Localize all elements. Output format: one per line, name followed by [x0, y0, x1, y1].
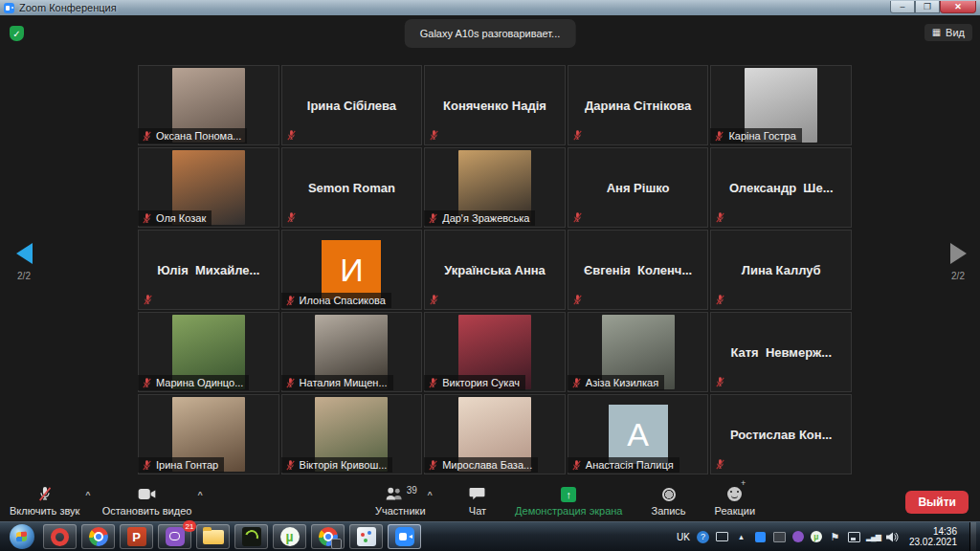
participant-tile[interactable]: Оксана Понома... [138, 65, 279, 145]
participants-button[interactable]: 39 Участники [375, 486, 426, 517]
participant-tile[interactable]: Виктория Сукач [424, 312, 566, 392]
participant-tile[interactable]: Юлія Михайле... [138, 230, 279, 310]
language-indicator[interactable]: UK [677, 532, 690, 542]
participant-nameplate: Мирослава База... [424, 457, 538, 473]
participant-nameplate: Вікторія Кривош... [281, 457, 393, 473]
video-options-chevron[interactable]: ^ [197, 486, 202, 499]
taskbar-clock[interactable]: 14:36 23.02.2021 [909, 526, 957, 547]
participant-tile[interactable]: Українська Анна [424, 230, 566, 310]
reactions-smiley-icon: + [727, 487, 742, 501]
toolbar-left-group: Включить звук ^ Остановить видео ^ [10, 486, 211, 517]
volume-icon[interactable] [886, 531, 899, 543]
meeting-area: ✓ Galaxy A10s разговаривает... ▦ Вид 2/2… [0, 15, 980, 483]
participant-tile[interactable]: Марина Одинцо... [138, 312, 279, 392]
participant-nameplate: Ірина Гонтар [138, 457, 224, 473]
participant-name: Наталия Мищен... [300, 377, 388, 388]
participant-tile[interactable]: Коняченко Надія [424, 65, 566, 145]
stop-video-label: Остановить видео [102, 505, 192, 517]
participant-name: Дар'я Зражевська [442, 212, 529, 224]
view-button[interactable]: ▦ Вид [924, 24, 972, 41]
reactions-label: Реакции [715, 505, 756, 517]
mic-options-chevron[interactable]: ^ [85, 486, 90, 499]
share-screen-button[interactable]: ↑ Демонстрация экрана [515, 486, 622, 517]
record-button[interactable]: Запись [651, 486, 685, 517]
participant-tile[interactable]: ААнастасія Палиця [568, 394, 709, 474]
media-player-icon[interactable] [234, 524, 268, 549]
reactions-button[interactable]: + Реакции [715, 486, 756, 517]
show-desktop-button[interactable] [969, 522, 976, 551]
muted-mic-icon [428, 378, 438, 388]
participant-tile[interactable]: ИИлона Спасикова [281, 230, 423, 310]
muted-mic-icon [286, 127, 297, 143]
powerpoint-icon[interactable]: P [120, 524, 153, 549]
action-center-flag-icon[interactable]: ⚑ [829, 531, 841, 543]
chat-button[interactable]: Чат [469, 486, 486, 517]
participant-tile[interactable]: Євгенія Коленч... [568, 230, 709, 310]
maximize-button[interactable]: ❐ [915, 1, 940, 13]
exit-button[interactable]: Выйти [905, 491, 969, 514]
start-button[interactable] [5, 524, 38, 549]
participant-tile[interactable]: Ірина Гонтар [138, 394, 279, 474]
next-page-label: 2/2 [951, 271, 965, 281]
chat-bubble-icon [469, 486, 485, 502]
stop-video-button[interactable]: Остановить видео [102, 486, 192, 517]
participant-name: Виктория Сукач [442, 377, 520, 388]
chrome-profile-icon[interactable] [311, 524, 345, 549]
participant-tile[interactable]: Мирослава База... [424, 394, 566, 474]
viber-icon[interactable]: 21 [158, 524, 191, 549]
muted-mic-icon [286, 209, 297, 226]
signal-strength-icon[interactable]: ▂▄▆ [867, 531, 880, 543]
participants-count-badge: 39 [407, 486, 417, 496]
participant-nameplate: Марина Одинцо... [138, 375, 249, 390]
paint-icon[interactable] [349, 524, 383, 549]
participant-tile[interactable]: Оля Козак [138, 147, 279, 228]
share-screen-icon: ↑ [561, 487, 576, 502]
muted-mic-icon [714, 131, 724, 142]
screen-tray-icon[interactable] [773, 532, 786, 542]
close-button[interactable]: ✕ [940, 1, 976, 13]
display-settings-icon[interactable] [716, 532, 728, 541]
opera-icon[interactable] [43, 524, 77, 549]
participant-name: Ірина Сібілева [281, 65, 423, 145]
participant-tile[interactable]: Ірина Сібілева [281, 65, 423, 145]
speaking-notification: Galaxy A10s разговаривает... [405, 19, 576, 48]
tray-expand-icon[interactable]: ▴ [735, 531, 747, 543]
participant-tile[interactable]: Вікторія Кривош... [281, 394, 423, 474]
participant-nameplate: Каріна Гостра [710, 128, 801, 143]
chrome-icon[interactable] [81, 524, 115, 549]
utorrent-icon[interactable]: µ [273, 524, 306, 549]
utorrent-tray-icon[interactable]: µ [811, 531, 822, 542]
unmute-button[interactable]: Включить звук [10, 486, 79, 517]
participant-nameplate: Дар'я Зражевська [424, 210, 535, 226]
zoom-taskbar-icon[interactable] [388, 524, 421, 549]
participant-name: Semon Roman [281, 147, 423, 228]
camera-icon [138, 486, 156, 502]
view-button-label: Вид [946, 27, 965, 38]
start-orb [10, 524, 34, 549]
network-status-icon[interactable] [848, 532, 860, 542]
next-page-control[interactable]: 2/2 [942, 243, 974, 281]
participant-tile[interactable]: Наталия Мищен... [281, 312, 423, 392]
participant-tile[interactable]: Дарина Сітнікова [568, 65, 709, 145]
explorer-icon[interactable] [196, 524, 230, 549]
participants-label: Участники [375, 505, 426, 517]
participant-tile[interactable]: Semon Roman [281, 147, 423, 228]
participant-tile[interactable]: Олександр Ше... [710, 147, 852, 228]
participant-tile[interactable]: Катя Невмерж... [710, 312, 852, 392]
notification-badge: 21 [183, 520, 196, 532]
help-icon[interactable]: ? [697, 531, 709, 543]
window-titlebar[interactable]: Zoom Конференция – ❐ ✕ [0, 0, 980, 15]
participants-icon [384, 487, 405, 501]
shield-check-icon[interactable]: ✓ [10, 26, 24, 41]
participant-tile[interactable]: Ростислав Кон... [710, 394, 852, 474]
participant-tile[interactable]: Лина Каллуб [710, 230, 852, 310]
participant-tile[interactable]: Аня Рішко [568, 147, 709, 228]
participant-tile[interactable]: Каріна Гостра [710, 65, 852, 145]
viber-tray-icon[interactable] [792, 531, 804, 542]
participant-tile[interactable]: Азіза Кизилкая [568, 312, 709, 392]
prev-page-control[interactable]: 2/2 [8, 243, 40, 281]
minimize-button[interactable]: – [890, 1, 915, 13]
participants-options-chevron[interactable]: ^ [428, 486, 433, 517]
zoom-tray-icon[interactable] [755, 532, 766, 542]
participant-tile[interactable]: Дар'я Зражевська [424, 147, 566, 228]
